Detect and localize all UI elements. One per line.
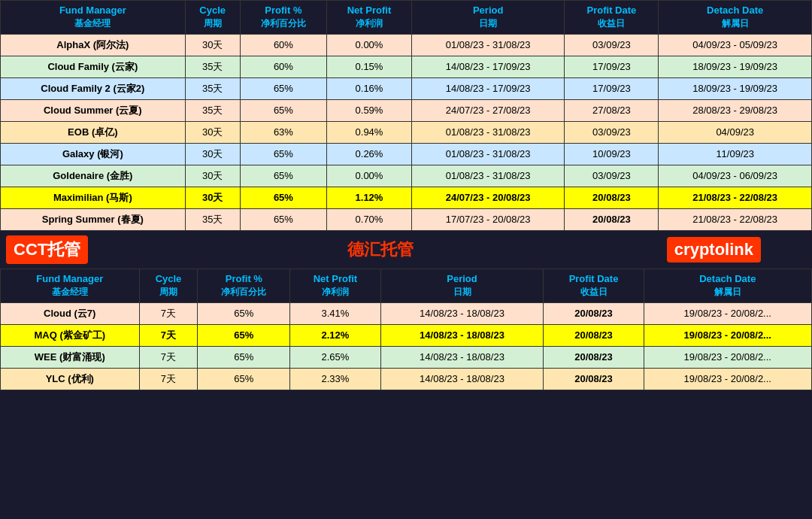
- table1-cell: 01/08/23 - 31/08/23: [411, 34, 565, 56]
- table1-row: Goldenaire (金胜)30天65%0.00%01/08/23 - 31/…: [1, 165, 812, 187]
- table2-cell: 65%: [198, 324, 290, 346]
- table1-wrapper: Fund Manager基金经理 Cycle周期 Profit %净利百分比 N…: [0, 0, 812, 231]
- col2-profit-pct: Profit %净利百分比: [198, 269, 290, 302]
- table1-cell: Cloud Summer (云夏): [1, 99, 186, 121]
- table1-row: Spring Summer (春夏)35天65%0.70%17/07/23 - …: [1, 208, 812, 230]
- table1-row: Galaxy (银河)30天65%0.26%01/08/23 - 31/08/2…: [1, 143, 812, 165]
- table2-cell: 14/08/23 - 18/08/23: [380, 346, 544, 368]
- table2-cell: 2.65%: [290, 346, 380, 368]
- main-container: Fund Manager基金经理 Cycle周期 Profit %净利百分比 N…: [0, 0, 812, 390]
- col2-profit-date: Profit Date收益日: [544, 269, 644, 302]
- table1: Fund Manager基金经理 Cycle周期 Profit %净利百分比 N…: [0, 0, 812, 231]
- col2-fund-manager: Fund Manager基金经理: [1, 269, 140, 302]
- table1-cell: 18/09/23 - 19/09/23: [659, 77, 812, 99]
- table2: Fund Manager基金经理 Cycle周期 Profit %净利百分比 N…: [0, 269, 812, 390]
- col2-cycle: Cycle周期: [139, 269, 198, 302]
- table1-cell: 04/09/23 - 05/09/23: [659, 34, 812, 56]
- table2-cell: 20/08/23: [544, 346, 644, 368]
- table2-cell: 7天: [139, 324, 198, 346]
- table1-cell: 65%: [240, 99, 326, 121]
- table1-row: AlphaX (阿尔法)30天60%0.00%01/08/23 - 31/08/…: [1, 34, 812, 56]
- table1-cell: 65%: [240, 143, 326, 165]
- table1-cell: 21/08/23 - 22/08/23: [659, 187, 812, 208]
- table1-cell: 24/07/23 - 20/08/23: [411, 187, 565, 208]
- table1-cell: 0.15%: [327, 56, 412, 77]
- table1-cell: 24/07/23 - 27/08/23: [411, 99, 565, 121]
- col-period: Period日期: [411, 1, 565, 35]
- table2-cell: 14/08/23 - 18/08/23: [380, 324, 544, 346]
- table2-header: Fund Manager基金经理 Cycle周期 Profit %净利百分比 N…: [1, 269, 812, 302]
- table1-cell: 17/07/23 - 20/08/23: [411, 208, 565, 230]
- table2-cell: 19/08/23 - 20/08/2...: [644, 324, 811, 346]
- table1-cell: 14/08/23 - 17/09/23: [411, 77, 565, 99]
- table1-cell: 14/08/23 - 17/09/23: [411, 56, 565, 77]
- table1-cell: Spring Summer (春夏): [1, 208, 186, 230]
- table2-cell: 20/08/23: [544, 302, 644, 324]
- table1-cell: 65%: [240, 187, 326, 208]
- table1-cell: EOB (卓亿): [1, 121, 186, 143]
- table1-cell: 03/09/23: [565, 34, 659, 56]
- dehui-label: 德汇托管: [94, 238, 667, 261]
- table1-cell: 03/09/23: [565, 121, 659, 143]
- table1-cell: 20/08/23: [565, 187, 659, 208]
- table1-cell: 17/09/23: [565, 56, 659, 77]
- cct-label: CCT托管: [6, 235, 88, 264]
- table1-cell: 30天: [185, 121, 240, 143]
- col2-net-profit: Net Profit净利润: [290, 269, 380, 302]
- table1-cell: 0.00%: [327, 165, 412, 187]
- table1-cell: 35天: [185, 208, 240, 230]
- table2-cell: 7天: [139, 302, 198, 324]
- table2-cell: YLC (优利): [1, 368, 140, 390]
- table1-row: Cloud Family 2 (云家2)35天65%0.16%14/08/23 …: [1, 77, 812, 99]
- table1-cell: 20/08/23: [565, 208, 659, 230]
- table2-cell: 65%: [198, 346, 290, 368]
- table2-cell: 20/08/23: [544, 324, 644, 346]
- table2-cell: 2.33%: [290, 368, 380, 390]
- table2-cell: WEE (财富涌现): [1, 346, 140, 368]
- table1-cell: 21/08/23 - 22/08/23: [659, 208, 812, 230]
- table2-cell: 7天: [139, 346, 198, 368]
- table1-cell: Goldenaire (金胜): [1, 165, 186, 187]
- table1-header: Fund Manager基金经理 Cycle周期 Profit %净利百分比 N…: [1, 1, 812, 35]
- table1-cell: 0.70%: [327, 208, 412, 230]
- table1-cell: 28/08/23 - 29/08/23: [659, 99, 812, 121]
- table1-cell: 03/09/23: [565, 165, 659, 187]
- col-net-profit: Net Profit净利润: [327, 1, 412, 35]
- table1-cell: 35天: [185, 99, 240, 121]
- table1-cell: Galaxy (银河): [1, 143, 186, 165]
- table2-cell: MAQ (紫金矿工): [1, 324, 140, 346]
- table1-cell: 10/09/23: [565, 143, 659, 165]
- table1-cell: 30天: [185, 143, 240, 165]
- table1-cell: 65%: [240, 208, 326, 230]
- table2-cell: 19/08/23 - 20/08/2...: [644, 302, 811, 324]
- table1-cell: 65%: [240, 165, 326, 187]
- table2-row: YLC (优利)7天65%2.33%14/08/23 - 18/08/2320/…: [1, 368, 812, 390]
- table2-wrapper: Fund Manager基金经理 Cycle周期 Profit %净利百分比 N…: [0, 269, 812, 390]
- table2-cell: 20/08/23: [544, 368, 644, 390]
- col-fund-manager: Fund Manager基金经理: [1, 1, 186, 35]
- table1-cell: 11/09/23: [659, 143, 812, 165]
- table1-cell: 60%: [240, 56, 326, 77]
- table1-cell: 30天: [185, 187, 240, 208]
- table1-cell: 0.94%: [327, 121, 412, 143]
- table1-cell: 35天: [185, 77, 240, 99]
- table2-cell: 7天: [139, 368, 198, 390]
- table1-cell: 01/08/23 - 31/08/23: [411, 165, 565, 187]
- table1-cell: 65%: [240, 77, 326, 99]
- table1-cell: 0.16%: [327, 77, 412, 99]
- col-profit-pct: Profit %净利百分比: [240, 1, 326, 35]
- col2-period: Period日期: [380, 269, 544, 302]
- table1-cell: 04/09/23 - 06/09/23: [659, 165, 812, 187]
- table1-cell: 30天: [185, 165, 240, 187]
- table1-cell: 30天: [185, 34, 240, 56]
- table1-cell: 27/08/23: [565, 99, 659, 121]
- table2-cell: Cloud (云7): [1, 302, 140, 324]
- table1-cell: 0.00%: [327, 34, 412, 56]
- table2-row: Cloud (云7)7天65%3.41%14/08/23 - 18/08/232…: [1, 302, 812, 324]
- table2-cell: 2.12%: [290, 324, 380, 346]
- table2-row: WEE (财富涌现)7天65%2.65%14/08/23 - 18/08/232…: [1, 346, 812, 368]
- table1-row: Cloud Summer (云夏)35天65%0.59%24/07/23 - 2…: [1, 99, 812, 121]
- table1-cell: 17/09/23: [565, 77, 659, 99]
- table1-cell: 1.12%: [327, 187, 412, 208]
- table1-row: Cloud Family (云家)35天60%0.15%14/08/23 - 1…: [1, 56, 812, 77]
